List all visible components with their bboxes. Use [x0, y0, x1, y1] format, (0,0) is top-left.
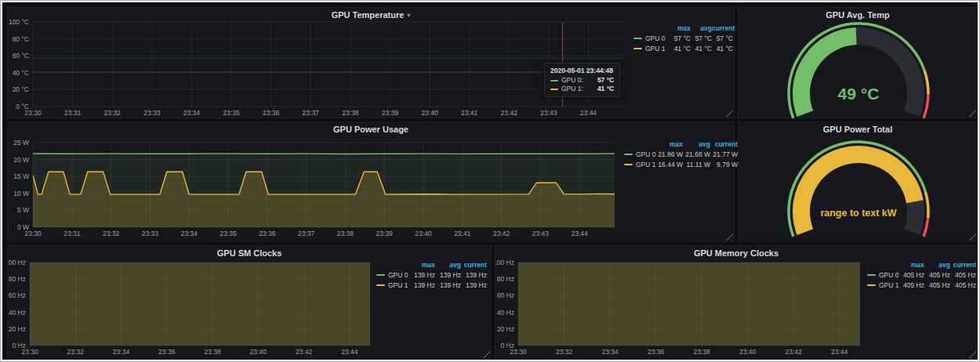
panel-title-text: GPU Memory Clocks	[694, 248, 779, 258]
legend-series-gpu-0[interactable]: GPU 0	[624, 150, 655, 159]
legend-series-gpu-1[interactable]: GPU 1	[867, 281, 898, 290]
legend-value: 405 Hz	[950, 281, 976, 290]
panel-title-gpu-temperature[interactable]: GPU Temperature▾	[8, 10, 734, 20]
panel-title-gpu-avg-temp[interactable]: GPU Avg. Temp	[739, 10, 977, 20]
plot-area[interactable]	[518, 262, 860, 346]
legend-gpu-power-usage: maxavgcurrentGPU 021.86 W21.68 W21.77 WG…	[624, 139, 738, 169]
series-name: GPU 0	[879, 270, 899, 280]
plot-area[interactable]	[33, 22, 624, 107]
tooltip-timestamp: 2020-05-01 23:44:48	[550, 67, 614, 74]
legend-series-gpu-0[interactable]: GPU 0	[376, 270, 409, 280]
panel-gpu-sm-clocks: GPU SM Clocks 0 Hz20 Hz40 Hz60 Hz80 Hz10…	[7, 245, 492, 360]
legend-corner	[376, 260, 409, 270]
panel-resize-handle[interactable]	[483, 351, 490, 358]
x-tick-label: 23:33	[143, 109, 161, 117]
gpu-temperature-plot-svg: 0 °C20 °C40 °C60 °C80 °C100 °C23:3023:31…	[8, 8, 735, 119]
series-name: GPU 0	[636, 150, 656, 159]
panel-gpu-memory-clocks: GPU Memory Clocks 0 Hz20 Hz40 Hz60 Hz80 …	[495, 245, 978, 360]
legend-header-max: max	[670, 24, 691, 33]
legend-value: 405 Hz	[898, 270, 924, 280]
series-color-swatch	[633, 48, 642, 49]
x-tick-label: 23:34	[183, 109, 201, 117]
x-tick-label: 23:30	[24, 230, 42, 237]
legend-header-max: max	[898, 260, 924, 270]
legend-value: 57 °C	[670, 34, 691, 43]
y-tick-label: 60 Hz	[9, 291, 26, 299]
legend-value: 405 Hz	[924, 270, 950, 280]
gauge-value-text: 49 °C	[838, 85, 880, 103]
chevron-down-icon: ▾	[407, 12, 410, 19]
panel-title-text: GPU Power Total	[823, 125, 892, 134]
x-tick-label: 23:41	[454, 230, 471, 237]
series-name: GPU 1	[879, 281, 899, 290]
chart-tooltip: 2020-05-01 23:44:48GPU 0:57 °CGPU 1:41 °…	[544, 63, 620, 97]
legend-value: 21.86 W	[655, 150, 683, 159]
x-tick-label: 23:43	[532, 230, 550, 237]
x-tick-label: 23:42	[501, 109, 518, 117]
legend-value: 16.44 W	[655, 160, 683, 169]
dashboard-screenshot: GPU Temperature▾ 0 °C20 °C40 °C60 °C80 °…	[0, 0, 980, 362]
panel-resize-handle[interactable]	[969, 351, 976, 358]
x-tick-label: 23:42	[296, 348, 313, 356]
legend-value: 405 Hz	[924, 281, 950, 290]
y-tick-label: 20 W	[13, 156, 29, 164]
x-tick-label: 23:43	[540, 109, 557, 117]
x-tick-label: 23:44	[831, 348, 848, 356]
x-tick-label: 23:36	[259, 230, 276, 237]
panel-title-gpu-sm-clocks[interactable]: GPU SM Clocks	[8, 248, 491, 259]
panel-title-gpu-memory-clocks[interactable]: GPU Memory Clocks	[495, 248, 977, 259]
legend-series-gpu-1[interactable]: GPU 1	[376, 281, 409, 290]
plot-area[interactable]	[33, 143, 615, 227]
y-tick-label: 60 °C	[13, 52, 29, 60]
y-tick-label: 15 W	[13, 172, 29, 180]
legend-value: 405 Hz	[950, 270, 976, 280]
gauge-threshold-ring	[924, 71, 928, 95]
y-tick-label: 5 W	[17, 206, 29, 214]
legend-gpu-memory-clocks: maxavgcurrentGPU 0405 Hz405 Hz405 HzGPU …	[867, 260, 976, 290]
y-tick-label: 100 Hz	[495, 259, 514, 266]
x-tick-label: 23:37	[298, 230, 315, 237]
legend-gpu-temperature: maxavgcurrentGPU 057 °C57 °C57 °CGPU 141…	[633, 24, 733, 53]
legend-value: 405 Hz	[898, 281, 924, 290]
panel-resize-handle[interactable]	[726, 110, 733, 117]
legend-series-gpu-1[interactable]: GPU 1	[633, 44, 670, 53]
series-color-swatch	[376, 274, 385, 276]
legend-value: 57 °C	[691, 34, 712, 43]
tooltip-series-label: GPU 1:	[561, 85, 583, 93]
x-tick-label: 23:33	[142, 230, 159, 237]
y-tick-label: 25 W	[13, 139, 29, 147]
series-name: GPU 1	[636, 160, 656, 169]
panel-title-text: GPU Temperature	[332, 10, 405, 20]
x-tick-label: 23:32	[67, 348, 85, 356]
legend-header-current: current	[712, 24, 733, 33]
y-tick-label: 100 Hz	[8, 259, 26, 266]
legend-series-gpu-1[interactable]: GPU 1	[624, 160, 655, 169]
gauge-threshold-ring	[924, 218, 928, 236]
gauge-value-arc	[801, 154, 915, 232]
tooltip-series-label: GPU 0:	[561, 76, 583, 85]
x-tick-label: 23:36	[158, 348, 176, 356]
x-tick-label: 23:35	[223, 109, 240, 117]
x-tick-label: 23:40	[739, 348, 757, 356]
legend-series-gpu-0[interactable]: GPU 0	[633, 34, 670, 43]
x-tick-label: 23:31	[64, 109, 82, 117]
x-tick-label: 23:30	[21, 348, 38, 356]
legend-corner	[624, 139, 655, 149]
series-color-swatch	[550, 80, 558, 81]
gpu-power-total-gauge: range to text kW	[739, 122, 977, 241]
y-tick-label: 80 °C	[13, 35, 29, 43]
panel-title-gpu-power-total[interactable]: GPU Power Total	[739, 125, 977, 135]
x-tick-label: 23:40	[250, 348, 267, 356]
x-tick-label: 23:41	[461, 109, 478, 117]
tooltip-row: GPU 1:41 °C	[550, 85, 614, 93]
legend-value: 9.79 W	[710, 160, 738, 169]
legend-series-gpu-0[interactable]: GPU 0	[867, 270, 898, 280]
panel-resize-handle[interactable]	[726, 233, 733, 241]
x-tick-label: 23:32	[556, 348, 573, 356]
legend-value: 139 Hz	[435, 281, 461, 290]
panel-title-gpu-power-usage[interactable]: GPU Power Usage	[8, 125, 734, 135]
plot-area[interactable]	[30, 262, 370, 346]
legend-value: 139 Hz	[435, 270, 461, 280]
panel-resize-handle[interactable]	[969, 110, 976, 117]
panel-resize-handle[interactable]	[969, 233, 976, 241]
